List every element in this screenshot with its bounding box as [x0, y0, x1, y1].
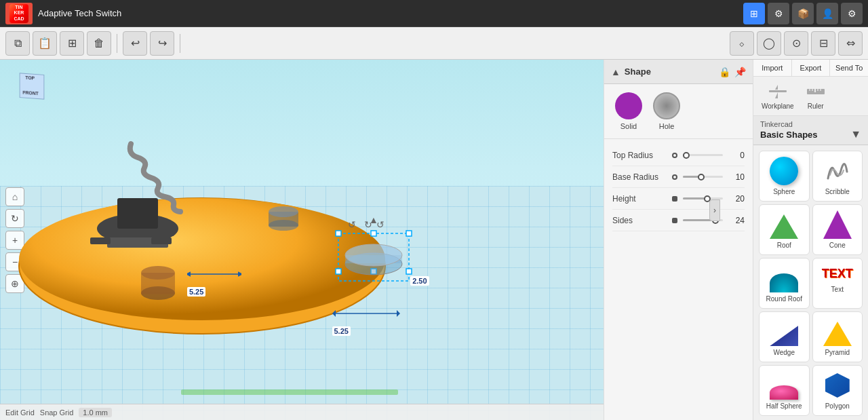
grid-view-button[interactable]: ⊞ [743, 3, 765, 24]
svg-rect-16 [406, 231, 412, 236]
polygon-icon [825, 371, 850, 400]
nav-cube[interactable]: TOP FRONT [14, 68, 54, 109]
shape-type-selector: Solid Hole [604, 84, 753, 139]
sendto-button[interactable]: Send To [830, 60, 868, 76]
svg-text:↺: ↺ [348, 219, 356, 230]
prop-value-top-radius: 0 [728, 151, 745, 160]
prop-height: Height 20 [612, 188, 745, 210]
toolbar2: ⧉ 📋 ⊞ 🗑 ↩ ↪ ⬦ ◯ ⊙ ⊟ ⇔ [0, 27, 868, 60]
prop-value-base-radius: 10 [728, 172, 745, 182]
roof-label: Roof [777, 242, 791, 249]
shape-card-text[interactable]: TEXT Text [812, 258, 863, 309]
shapes-actions: Import Export Send To [753, 60, 868, 77]
half-sphere-label: Half Sphere [766, 402, 802, 410]
delete-button[interactable]: 🗑 [87, 31, 111, 56]
logo-box: TINKERCAD [9, 4, 28, 23]
align-button[interactable]: ⊟ [811, 31, 835, 56]
app-logo[interactable]: TINKERCAD [5, 3, 33, 24]
shapes-grid: Sphere Scribble Roof [753, 145, 868, 420]
panel-pin-icon[interactable]: 📌 [734, 66, 746, 77]
panel-collapse-icon[interactable]: ▲ [611, 66, 620, 77]
ruler-label: Ruler [808, 102, 824, 110]
panel-lock-icon[interactable]: 🔒 [719, 66, 730, 77]
prop-slider-base-radius[interactable] [683, 176, 723, 178]
import-button[interactable]: Import [753, 60, 792, 76]
top-icon-group: ⊞ ⚙ 📦 👤 ⚙ [743, 3, 863, 24]
shape-card-round-roof[interactable]: Round Roof [759, 258, 810, 309]
prop-name-top-radius: Top Radius [612, 151, 667, 160]
cylinder-button[interactable]: ⊙ [784, 31, 808, 56]
solid-label: Solid [620, 122, 637, 130]
shape-card-sphere[interactable]: Sphere [759, 151, 810, 202]
viewport[interactable]: TOP FRONT ⌂ ↻ + − ⊕ [0, 60, 604, 420]
shape-card-scribble[interactable]: Scribble [812, 151, 863, 202]
cone-label: Cone [829, 242, 846, 249]
grid-value[interactable]: 1.0 mm [79, 408, 112, 417]
prop-top-radius: Top Radius 0 [612, 145, 745, 166]
svg-point-12 [141, 266, 175, 280]
user-button[interactable]: 👤 [816, 3, 838, 24]
toolbar-separator2 [180, 34, 180, 53]
half-sphere-icon [770, 371, 798, 400]
svg-rect-31 [769, 90, 787, 92]
svg-rect-6 [151, 237, 172, 244]
edit-grid-label[interactable]: Edit Grid [5, 408, 35, 417]
shape-card-polygon[interactable]: Polygon [812, 365, 863, 416]
panel-collapse-button[interactable]: › [709, 199, 720, 221]
prop-value-height: 20 [728, 194, 745, 204]
ruler-tool[interactable]: Ruler [802, 79, 829, 113]
solid-circle [615, 92, 642, 119]
round-roof-icon [770, 264, 798, 292]
shape-card-roof[interactable]: Roof [759, 204, 810, 255]
flip-button[interactable]: ⇔ [838, 31, 863, 56]
pyramid-icon [823, 318, 852, 346]
tools-button[interactable]: ⚙ [768, 3, 789, 24]
wedge-label: Wedge [773, 349, 795, 356]
box-button[interactable]: 📦 [792, 3, 814, 24]
undo-button[interactable]: ↩ [123, 31, 147, 56]
shape-card-cone[interactable]: Cone [812, 204, 863, 255]
workplane-tool[interactable]: Workplane [759, 79, 797, 113]
copy-button[interactable]: ⧉ [5, 31, 30, 56]
workplane-icon [767, 82, 789, 101]
prop-name-height: Height [612, 194, 667, 204]
settings-button[interactable]: ⚙ [841, 3, 863, 24]
shape-card-pyramid[interactable]: Pyramid [812, 311, 863, 362]
cone-icon [823, 210, 852, 239]
hole-option[interactable]: Hole [653, 92, 680, 130]
svg-rect-15 [371, 231, 376, 236]
scribble-icon [823, 157, 852, 185]
roof-icon [770, 210, 798, 239]
shape-card-half-sphere[interactable]: Half Sphere [759, 365, 810, 416]
sphere-label: Sphere [773, 188, 795, 195]
toolbar-separator [117, 34, 117, 53]
prop-base-radius: Base Radius 10 [612, 166, 745, 188]
main-area: TOP FRONT ⌂ ↻ + − ⊕ [0, 60, 868, 420]
panel-header: ▲ Shape 🔒 📌 [604, 60, 753, 84]
export-button[interactable]: Export [792, 60, 831, 76]
shape-card-wedge[interactable]: Wedge [759, 311, 810, 362]
redo-button[interactable]: ↪ [150, 31, 174, 56]
paste-button[interactable]: 📋 [33, 31, 57, 56]
svg-marker-32 [775, 85, 778, 90]
hole-circle [653, 92, 680, 119]
shape-button[interactable]: ◯ [757, 31, 781, 56]
prop-sides: Sides 24 [612, 210, 745, 231]
anchor-button[interactable]: ⬦ [730, 31, 754, 56]
svg-point-22 [345, 244, 402, 266]
measure-label-2: 5.25 [332, 326, 351, 336]
measure-left: 5.25 [187, 264, 241, 287]
prop-name-sides: Sides [612, 216, 667, 225]
shapes-library-panel: Import Export Send To Workplane [753, 60, 868, 420]
duplicate-button[interactable]: ⊞ [60, 31, 84, 56]
shapes-tools-row: Workplane Ruler [753, 77, 868, 116]
solid-option[interactable]: Solid [615, 92, 642, 130]
selected-shape[interactable]: ↻ ↺ ↺ ▲ [326, 213, 421, 297]
svg-rect-14 [336, 231, 341, 236]
svg-marker-33 [775, 92, 778, 98]
prop-name-base-radius: Base Radius [612, 172, 667, 182]
svg-marker-30 [397, 310, 400, 317]
shapes-dropdown-icon[interactable]: ▼ [850, 128, 861, 140]
prop-slider-top-radius[interactable] [683, 154, 723, 156]
prop-value-sides: 24 [728, 216, 745, 225]
